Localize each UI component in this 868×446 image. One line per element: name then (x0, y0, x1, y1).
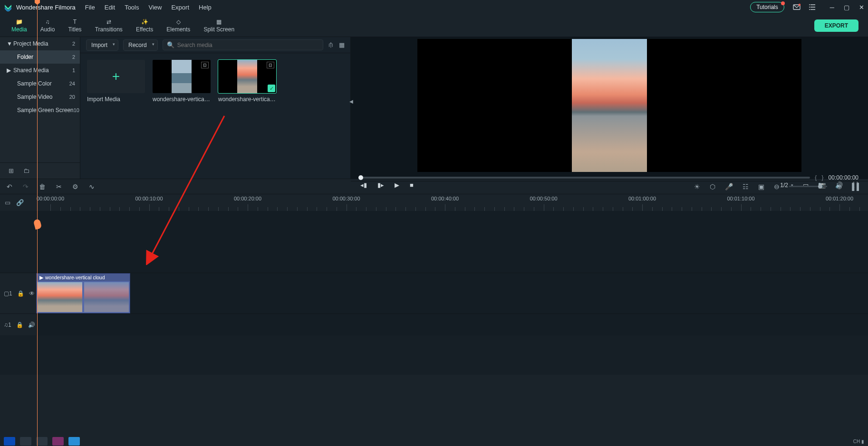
audio-track-1: ♫1 🔒 🔊 (0, 313, 868, 335)
video-track-1: ▢1 🔒 👁 ▶wondershare-vertical cloud (0, 273, 868, 313)
timeline-ruler[interactable]: 00:00:00:0000:00:10:0000:00:20:0000:00:3… (36, 194, 868, 211)
delete-icon[interactable]: 🗑 (39, 183, 46, 190)
media-item-2[interactable]: ⊡✓ wondershare-vertical clo... (218, 60, 276, 103)
track-id-label: ▢1 (4, 290, 12, 297)
tab-titles[interactable]: TTitles (61, 17, 88, 35)
tab-audio[interactable]: ♫Audio (34, 17, 62, 35)
import-dropdown[interactable]: Import (86, 39, 118, 51)
stop-icon[interactable]: ■ (410, 181, 414, 189)
main-menu: File Edit Tools View Export Help (85, 4, 212, 11)
app-title: Wondershare Filmora (16, 4, 76, 11)
export-button[interactable]: EXPORT (814, 19, 858, 32)
preview-frame (572, 39, 647, 172)
playhead[interactable] (37, 0, 38, 446)
preview-scrubber: { } 00:00:00:00 (351, 174, 868, 181)
clip-name: wondershare-vertical cloud (45, 275, 105, 280)
taskbar-item[interactable] (52, 437, 64, 446)
undo-icon[interactable]: ↶ (7, 183, 12, 190)
sidebar-item-project-media[interactable]: ▼Project Media2 (0, 37, 80, 50)
mark-out-icon[interactable]: } (821, 174, 823, 181)
search-wrap: 🔍 (163, 39, 323, 50)
taskbar-item[interactable] (68, 437, 80, 446)
scrub-handle[interactable] (358, 175, 363, 180)
crop-icon[interactable]: ▣ (758, 183, 764, 190)
menu-file[interactable]: File (85, 4, 95, 11)
scrub-track[interactable] (360, 177, 810, 179)
tab-transitions[interactable]: ⇄Transitions (88, 17, 129, 35)
adjust-icon[interactable]: ⚙ (72, 183, 78, 190)
sidebar-item-sample-green-screen[interactable]: Sample Green Screen10 (0, 104, 80, 117)
mark-in-icon[interactable]: { (815, 174, 817, 181)
timeline-tracks: ▢1 🔒 👁 ▶wondershare-vertical cloud ♫1 🔒 … (0, 211, 868, 375)
search-input[interactable] (177, 42, 319, 48)
audio-track-body[interactable] (36, 314, 868, 335)
lock-icon[interactable]: 🔒 (17, 290, 24, 297)
video-track-body[interactable]: ▶wondershare-vertical cloud (36, 273, 868, 313)
step-back-icon[interactable]: ◂▮ (360, 181, 367, 189)
render-icon[interactable]: ☀ (694, 183, 700, 190)
zoom-slider[interactable] (789, 186, 827, 187)
import-media-card[interactable]: + Import Media (87, 60, 145, 103)
collapse-sidebar-icon[interactable]: ◀ (349, 99, 353, 104)
timeline-clip[interactable]: ▶wondershare-vertical cloud (36, 273, 130, 313)
split-icon: ▦ (215, 19, 223, 25)
link-icon[interactable]: 🔗 (16, 199, 24, 206)
clip-mark-icon: ⊡ (201, 62, 209, 68)
play-icon[interactable]: ▶ (395, 181, 399, 189)
zoom-out-icon[interactable]: ⊖ (774, 183, 780, 190)
ruler-mark: 00:00:00:00 (37, 196, 64, 201)
menu-help[interactable]: Help (199, 4, 212, 11)
step-forward-icon[interactable]: ▮▸ (377, 181, 384, 189)
taskbar-item[interactable] (36, 437, 48, 446)
menu-export[interactable]: Export (171, 4, 189, 11)
match-icon[interactable]: ▭ (5, 199, 10, 206)
marker-icon[interactable]: ⬡ (710, 183, 715, 190)
tab-effects[interactable]: ✨Effects (129, 17, 160, 35)
taskbar-item[interactable] (4, 437, 15, 446)
eye-icon[interactable]: 👁 (29, 290, 35, 297)
voice-over-icon[interactable]: 🎤 (725, 183, 733, 190)
media-item-1[interactable]: ⊡ wondershare-vertical pla... (153, 60, 211, 103)
record-dropdown[interactable]: Record (123, 39, 158, 51)
track-id-label: ♫1 (4, 322, 11, 328)
mixer-icon[interactable]: ☷ (743, 183, 749, 190)
sidebar-item-sample-color[interactable]: Sample Color24 (0, 77, 80, 90)
cut-icon[interactable]: ✂ (56, 183, 62, 190)
minimize-icon[interactable]: ─ (830, 4, 834, 11)
menu-tools[interactable]: Tools (125, 4, 139, 11)
sidebar-item-sample-video[interactable]: Sample Video20 (0, 90, 80, 104)
menu-view[interactable]: View (148, 4, 162, 11)
list-icon[interactable] (809, 3, 817, 11)
media-panel: Import Record 🔍 ⫛ ▦ + Import Media ⊡ won… (80, 37, 351, 179)
close-icon[interactable]: ✕ (859, 4, 864, 11)
zoom-in-icon[interactable]: ⊕ (837, 183, 842, 190)
preview-panel: { } 00:00:00:00 ◂▮ ▮▸ ▶ ■ 1/2 ▭ 📷 🔊 ⛶ (351, 37, 868, 179)
audio-wave-icon[interactable]: ∿ (89, 183, 95, 190)
message-icon[interactable] (793, 3, 800, 11)
tab-split-screen[interactable]: ▦Split Screen (197, 17, 241, 35)
zoom-handle[interactable] (818, 184, 822, 189)
track-spacer (0, 211, 868, 273)
tutorials-button[interactable]: Tutorials (750, 2, 784, 12)
sidebar-item-folder[interactable]: Folder2 (0, 50, 80, 64)
maximize-icon[interactable]: ▢ (844, 4, 849, 11)
search-icon: 🔍 (167, 41, 174, 48)
workspace: ▼Project Media2 Folder2 ▶Shared Media1 S… (0, 37, 868, 179)
tab-bar: 📁Media ♫Audio TTitles ⇄Transitions ✨Effe… (0, 14, 868, 37)
menu-edit[interactable]: Edit (105, 4, 115, 11)
redo-icon[interactable]: ↷ (23, 183, 29, 190)
tab-media[interactable]: 📁Media (5, 17, 34, 35)
sidebar-item-shared-media[interactable]: ▶Shared Media1 (0, 64, 80, 77)
caret-right-icon: ▶ (7, 67, 13, 74)
grid-view-icon[interactable]: ▦ (339, 41, 345, 48)
ruler-mark: 00:00:10:00 (135, 196, 163, 201)
mute-icon[interactable]: 🔊 (28, 322, 35, 328)
new-project-folder-icon[interactable]: ⊞ (9, 167, 14, 174)
zoom-fit-icon[interactable]: ▌▌ (852, 183, 861, 190)
new-folder-icon[interactable]: 🗀 (23, 167, 29, 174)
taskbar-item[interactable] (20, 437, 31, 446)
tab-elements[interactable]: ◇Elements (160, 17, 197, 35)
lock-icon[interactable]: 🔒 (16, 322, 23, 328)
ruler-mark: 00:01:10:00 (727, 196, 754, 201)
filter-icon[interactable]: ⫛ (328, 41, 334, 48)
